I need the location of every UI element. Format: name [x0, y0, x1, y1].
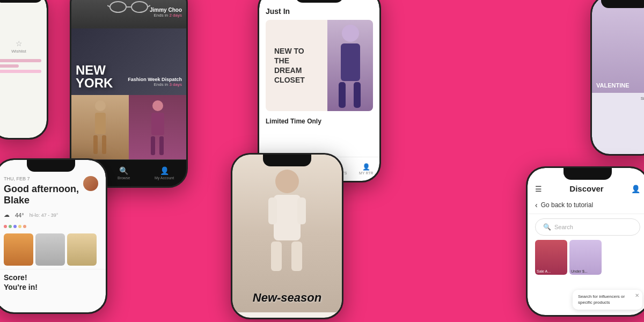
model-figure-icon: [329, 20, 372, 111]
phone-wishlist: ☆ Wishlist: [0, 0, 48, 140]
valentine-label: VALENTINE: [596, 82, 630, 89]
svg-rect-7: [93, 135, 98, 154]
svg-rect-19: [271, 241, 282, 271]
phone-valentine: VALENTINE Share: [590, 0, 644, 156]
svg-rect-18: [274, 195, 301, 240]
go-back-row[interactable]: ‹ Go back to tutorial: [528, 196, 644, 214]
jimmy-choo-ends: Ends in 2 days: [150, 13, 182, 18]
score-section: Score! You're in!: [0, 269, 106, 295]
fashion-week-days: 3 days: [169, 82, 182, 87]
tooltip-text: Search for influencers or specific produ…: [578, 294, 625, 304]
middle-section: NEWYORK Fashion Week Dispatch Ends in 3 …: [71, 95, 186, 159]
product-thumb-1: Sale A...: [535, 240, 567, 275]
cloud-icon: ☁: [4, 211, 10, 218]
fashion-week-ends: Ends in 3 days: [128, 82, 182, 87]
score-text: Score! You're in!: [4, 273, 38, 291]
phone-new-season: New-season: [231, 153, 343, 319]
tooltip-box: ✕ Search for influencers or specific pro…: [573, 290, 642, 310]
avatar: [83, 176, 98, 191]
chevron-left-icon: ‹: [535, 201, 538, 209]
svg-rect-15: [339, 82, 346, 108]
svg-point-9: [152, 100, 163, 111]
dot: [23, 225, 26, 228]
jimmy-choo-days: 2 days: [169, 13, 182, 18]
svg-rect-20: [291, 241, 302, 271]
phone-discover: ☰ Discover 👤 ‹ Go back to tutorial 🔍 Sea…: [526, 166, 644, 317]
svg-rect-16: [354, 82, 361, 108]
dot: [18, 225, 21, 228]
svg-rect-21: [268, 197, 277, 224]
decorative-dots: [0, 223, 106, 230]
limited-time-label: Limited Time Only: [259, 113, 379, 127]
product-row: Sale A... Under $...: [528, 240, 644, 275]
svg-rect-11: [151, 136, 155, 155]
glasses-icon: [107, 0, 150, 15]
user-icon: 👤: [160, 166, 169, 175]
clothing-item-1: [4, 233, 33, 266]
fashion-image-left: [71, 95, 129, 159]
fashion-model-icon: [255, 165, 319, 273]
nav-my-rtr[interactable]: 👤 MY RTR: [359, 163, 374, 175]
nav-browse[interactable]: 🔍 Browse: [118, 166, 130, 180]
search-row[interactable]: 🔍 Search: [535, 218, 640, 236]
svg-point-13: [342, 25, 359, 42]
line-decoration: [0, 59, 41, 62]
model-area: New-season: [232, 155, 342, 312]
clothes-row: [0, 230, 106, 269]
svg-rect-14: [341, 43, 360, 81]
svg-rect-22: [297, 197, 306, 224]
discover-header: ☰ Discover 👤: [528, 180, 644, 196]
svg-rect-12: [159, 136, 164, 155]
product-thumb-2: Under $...: [569, 240, 602, 275]
menu-icon[interactable]: ☰: [535, 185, 542, 193]
clothing-item-3: [67, 233, 97, 266]
svg-rect-8: [102, 135, 106, 154]
svg-line-3: [107, 5, 110, 7]
just-in-header: Just In: [259, 3, 379, 18]
fashion-week-tag: Fashion Week Dispatch Ends in 3 days: [128, 77, 182, 87]
weather-info: ☁ 44° hi-lo: 47 - 39°: [0, 207, 106, 223]
model-figure: [327, 20, 373, 111]
svg-rect-10: [151, 113, 164, 135]
valentine-image: VALENTINE: [592, 0, 644, 93]
dream-closet-card: NEW TO THE DREAM CLOSET: [266, 20, 373, 111]
fashion-week-title: Fashion Week Dispatch: [128, 77, 182, 82]
svg-rect-6: [95, 113, 106, 134]
clothing-item-2: [35, 233, 65, 266]
star-icon: ☆: [16, 39, 23, 48]
new-york-text: NEWYORK: [76, 64, 113, 90]
dot: [13, 225, 17, 228]
svg-point-17: [275, 170, 299, 193]
line-decoration: [0, 70, 41, 73]
share-button[interactable]: Share: [592, 93, 644, 104]
nav-account[interactable]: 👤 My Account: [155, 166, 174, 180]
svg-point-5: [95, 100, 106, 111]
discover-title: Discover: [542, 184, 631, 193]
new-season-text: New-season: [253, 291, 321, 305]
jimmy-choo-tag: Jimmy Choo Ends in 2 days: [150, 7, 182, 18]
user-profile-icon[interactable]: 👤: [631, 185, 640, 193]
wishlist-section: ☆ Wishlist: [0, 39, 43, 54]
line-decoration: [0, 64, 19, 68]
dot: [9, 225, 12, 228]
search-placeholder: Search: [554, 224, 573, 230]
search-icon: 🔍: [119, 166, 128, 175]
dream-closet-text: NEW TO THE DREAM CLOSET: [266, 38, 327, 94]
wishlist-label: Wishlist: [11, 49, 26, 54]
phone-greeting: THU, FEB 7 Good afternoon, Blake ☁ 44° h…: [0, 158, 107, 314]
profile-icon: 👤: [362, 163, 370, 171]
close-icon[interactable]: ✕: [635, 292, 639, 299]
dot: [4, 225, 7, 228]
temperature: 44°: [15, 212, 24, 218]
model-left-icon: [87, 98, 114, 157]
svg-point-0: [110, 2, 126, 12]
model-right-icon: [144, 98, 171, 157]
hi-lo-text: hi-lo: 47 - 39°: [30, 213, 58, 218]
svg-point-1: [131, 2, 148, 12]
fashion-image-right: [129, 95, 186, 159]
jimmy-choo-brand: Jimmy Choo: [150, 7, 182, 13]
go-back-label: Go back to tutorial: [541, 201, 593, 209]
search-icon: 🔍: [543, 223, 551, 231]
